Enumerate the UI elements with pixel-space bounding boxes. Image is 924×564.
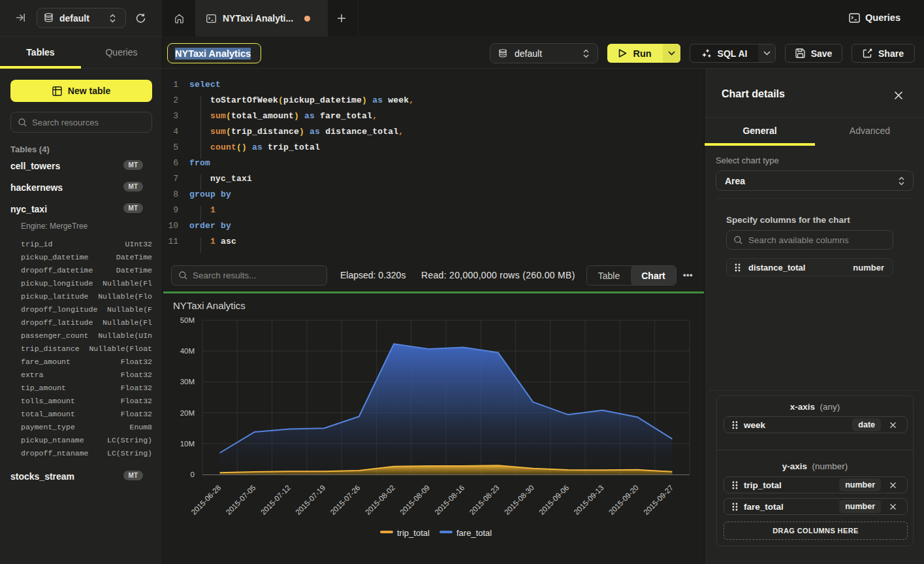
svg-text:30M: 30M	[180, 378, 195, 386]
svg-text:2015-09-27: 2015-09-27	[642, 484, 675, 516]
svg-text:2015-07-05: 2015-07-05	[225, 484, 257, 516]
svg-text:NYTaxi Analytics: NYTaxi Analytics	[173, 300, 246, 311]
svg-text:0: 0	[191, 471, 195, 478]
svg-text:2015-09-06: 2015-09-06	[537, 484, 570, 516]
svg-text:2015-09-20: 2015-09-20	[607, 484, 640, 516]
svg-text:2015-07-12: 2015-07-12	[259, 484, 292, 516]
svg-text:10M: 10M	[180, 440, 195, 448]
svg-text:fare_total: fare_total	[456, 528, 492, 538]
svg-text:20M: 20M	[180, 409, 195, 417]
svg-text:2015-08-23: 2015-08-23	[468, 484, 501, 516]
svg-text:2015-08-02: 2015-08-02	[364, 484, 396, 516]
svg-text:2015-07-19: 2015-07-19	[294, 484, 327, 516]
svg-text:2015-08-30: 2015-08-30	[503, 484, 535, 516]
svg-text:2015-08-09: 2015-08-09	[398, 484, 431, 516]
svg-text:40M: 40M	[180, 347, 195, 355]
svg-text:trip_total: trip_total	[397, 528, 430, 538]
svg-text:2015-08-16: 2015-08-16	[433, 484, 466, 516]
svg-text:2015-07-26: 2015-07-26	[329, 484, 362, 516]
svg-text:2015-09-13: 2015-09-13	[573, 484, 605, 516]
svg-text:2015-06-28: 2015-06-28	[189, 484, 222, 516]
svg-text:50M: 50M	[180, 316, 195, 324]
